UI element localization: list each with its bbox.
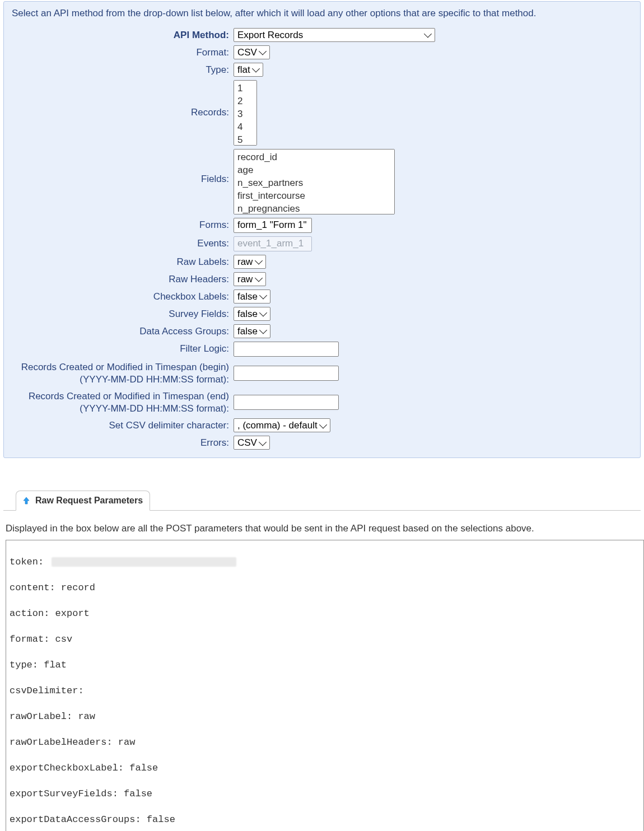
raw-line: content: record	[10, 581, 640, 594]
type-select[interactable]: flat	[234, 63, 263, 77]
raw-line: type: flat	[10, 659, 640, 671]
errors-select[interactable]: CSV	[234, 436, 270, 450]
arrow-up-icon	[22, 496, 31, 505]
timespan-end-input[interactable]	[234, 395, 339, 410]
label-api-method: API Method:	[12, 28, 230, 42]
raw-request-box: token: content: record action: export fo…	[6, 540, 644, 831]
label-type: Type:	[12, 63, 230, 77]
records-listbox[interactable]: 1 2 3 4 5	[234, 80, 257, 146]
label-checkbox-labels: Checkbox Labels:	[12, 290, 230, 304]
filter-logic-input[interactable]	[234, 342, 339, 357]
list-item[interactable]: n_sex_partners	[237, 176, 394, 189]
list-item[interactable]: 5	[237, 133, 256, 146]
raw-line: csvDelimiter:	[10, 684, 640, 697]
label-csv-delim: Set CSV delimiter character:	[12, 418, 230, 432]
list-item[interactable]: 3	[237, 108, 256, 120]
list-item[interactable]: 1	[237, 82, 256, 95]
raw-line: exportDataAccessGroups: false	[10, 813, 640, 826]
events-input[interactable]	[234, 236, 312, 251]
raw-line: token:	[10, 555, 49, 568]
label-raw-labels: Raw Labels:	[12, 255, 230, 269]
timespan-begin-input[interactable]	[234, 366, 339, 381]
raw-labels-select[interactable]: raw	[234, 255, 266, 269]
label-events: Events:	[12, 236, 230, 251]
raw-line: exportSurveyFields: false	[10, 787, 640, 800]
raw-line: format: csv	[10, 633, 640, 646]
label-filter-logic: Filter Logic:	[12, 342, 230, 357]
label-dags: Data Access Groups:	[12, 324, 230, 338]
raw-line: exportCheckboxLabel: false	[10, 762, 640, 774]
format-select[interactable]: CSV	[234, 45, 270, 59]
raw-line: rawOrLabel: raw	[10, 710, 640, 723]
tab-raw-request[interactable]: Raw Request Parameters	[16, 491, 150, 511]
tab-row: Raw Request Parameters	[3, 488, 641, 511]
raw-description: Displayed in the box below are all the P…	[6, 523, 638, 534]
list-item[interactable]: age	[237, 164, 394, 176]
label-timespan-begin: Records Created or Modified in Timespan …	[12, 360, 230, 386]
raw-headers-select[interactable]: raw	[234, 272, 266, 286]
list-item[interactable]: first_intercourse	[237, 189, 394, 202]
redacted-token	[52, 557, 236, 567]
list-item[interactable]: record_id	[237, 151, 394, 164]
list-item[interactable]: n_pregnancies	[237, 202, 394, 214]
form-grid: API Method: Export Records Format: CSV T…	[12, 28, 632, 450]
api-method-select[interactable]: Export Records	[234, 28, 435, 42]
label-forms: Forms:	[12, 218, 230, 233]
label-format: Format:	[12, 45, 230, 59]
forms-input[interactable]	[234, 218, 312, 233]
label-fields: Fields:	[12, 149, 230, 214]
label-survey-fields: Survey Fields:	[12, 307, 230, 321]
label-errors: Errors:	[12, 436, 230, 450]
intro-text: Select an API method from the drop-down …	[12, 7, 632, 20]
survey-fields-select[interactable]: false	[234, 307, 270, 321]
list-item[interactable]: 4	[237, 120, 256, 133]
dags-select[interactable]: false	[234, 324, 270, 338]
fields-listbox[interactable]: record_id age n_sex_partners first_inter…	[234, 149, 395, 214]
list-item[interactable]: 2	[237, 95, 256, 108]
raw-line: action: export	[10, 607, 640, 620]
label-raw-headers: Raw Headers:	[12, 272, 230, 286]
label-records: Records:	[12, 80, 230, 146]
tab-title: Raw Request Parameters	[35, 496, 143, 506]
checkbox-labels-select[interactable]: false	[234, 290, 270, 304]
raw-line: rawOrLabelHeaders: raw	[10, 736, 640, 749]
csv-delim-select[interactable]: , (comma) - default	[234, 418, 330, 432]
label-timespan-end: Records Created or Modified in Timespan …	[12, 389, 230, 415]
api-options-panel: Select an API method from the drop-down …	[3, 1, 641, 458]
